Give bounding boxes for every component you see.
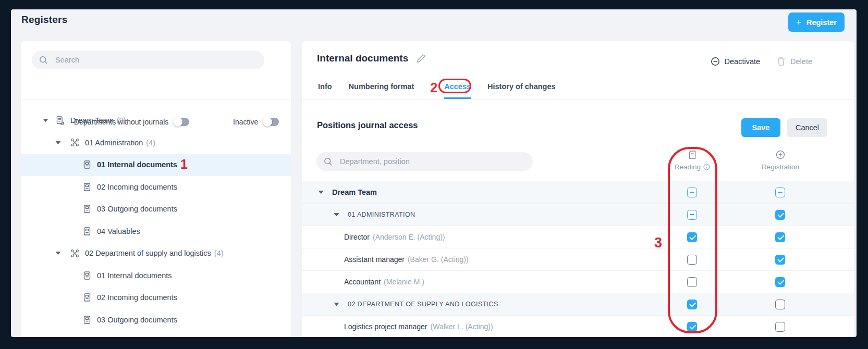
tree-item[interactable]: 04 Valuables bbox=[21, 220, 291, 243]
tree-item-label: Dream Team bbox=[70, 116, 114, 124]
reading-checkbox[interactable] bbox=[687, 188, 697, 197]
tab-label: Info bbox=[318, 82, 332, 91]
register-detail-panel: Internal documents Deactivate bbox=[302, 41, 854, 337]
tree-item-label: 02 Incoming documents bbox=[97, 293, 177, 302]
registration-checkbox[interactable] bbox=[775, 210, 785, 220]
annotation-2: 2 bbox=[430, 80, 437, 95]
reading-checkbox[interactable] bbox=[687, 277, 697, 287]
journal-icon bbox=[82, 160, 92, 169]
tab-access[interactable]: Access2 bbox=[444, 82, 471, 99]
registration-checkbox[interactable] bbox=[775, 188, 785, 197]
tree-item-label: 04 Valuables bbox=[97, 227, 140, 235]
tree-item-label: 02 Incoming documents bbox=[97, 183, 177, 191]
tab-label: Numbering format bbox=[349, 82, 414, 91]
search-icon bbox=[324, 157, 333, 166]
tree-item[interactable]: 01 Internal documents bbox=[21, 154, 291, 176]
tree-item-label: 01 Internal documents bbox=[97, 160, 177, 169]
tree-item[interactable]: 03 Outgoing documents bbox=[21, 198, 291, 220]
search-icon bbox=[39, 56, 48, 65]
positions-search-field[interactable] bbox=[316, 152, 533, 171]
delete-label: Delete bbox=[790, 57, 812, 66]
reading-checkbox[interactable] bbox=[687, 322, 697, 332]
chevron-down-icon[interactable] bbox=[334, 302, 339, 306]
tree-item[interactable]: 02 Incoming documents bbox=[21, 176, 291, 198]
positions-search-input[interactable] bbox=[339, 157, 525, 166]
access-row: Accountant(Melanie M.) bbox=[302, 270, 854, 293]
access-row-person: (Baker G. (Acting)) bbox=[408, 255, 469, 264]
chevron-down-icon[interactable] bbox=[55, 251, 62, 255]
reading-column-label: Reading bbox=[675, 163, 701, 171]
delete-button[interactable]: Delete bbox=[777, 57, 812, 66]
access-row: Logistics project manager(Walker L. (Act… bbox=[302, 315, 854, 337]
tree-item[interactable]: 01 Administration(4) bbox=[21, 132, 291, 154]
access-row-label: Assistant manager bbox=[344, 255, 405, 264]
access-row-label: Dream Team bbox=[332, 188, 377, 196]
access-row-label: Logistics project manager bbox=[344, 322, 427, 331]
tree-item[interactable]: 02 Department of supply and logistics(4) bbox=[21, 242, 291, 265]
reading-checkbox[interactable] bbox=[687, 210, 697, 220]
registration-checkbox[interactable] bbox=[775, 322, 785, 332]
company-icon bbox=[55, 116, 65, 126]
registration-checkbox[interactable] bbox=[775, 255, 785, 265]
access-row-label: Accountant bbox=[344, 278, 381, 286]
edit-pencil-icon[interactable] bbox=[415, 53, 426, 64]
tree-item[interactable]: 02 Incoming documents bbox=[21, 286, 291, 309]
positions-access-table: Dream Team01 ADMINISTRATIONDirector(Ande… bbox=[302, 181, 854, 337]
tab-history-of-changes[interactable]: History of changes bbox=[487, 82, 556, 99]
tree-item[interactable]: Dream Team(9) bbox=[21, 109, 291, 132]
chevron-down-icon[interactable] bbox=[43, 118, 49, 122]
save-button[interactable]: Save bbox=[741, 118, 780, 137]
reading-document-icon bbox=[687, 149, 698, 160]
register-button[interactable]: + Register bbox=[788, 13, 845, 32]
trash-icon bbox=[777, 57, 786, 66]
register-title: Internal documents bbox=[317, 53, 408, 64]
registration-column-header: Registration bbox=[744, 149, 817, 171]
journal-icon bbox=[82, 293, 92, 302]
app-window: Registers + Register Departments without… bbox=[11, 9, 857, 337]
deactivate-icon bbox=[711, 57, 720, 66]
registration-plus-icon bbox=[775, 149, 786, 160]
access-row-person: (Anderson E. (Acting)) bbox=[373, 233, 445, 241]
divider bbox=[21, 99, 291, 99]
tab-info[interactable]: Info bbox=[318, 82, 332, 99]
chevron-down-icon[interactable] bbox=[55, 141, 62, 145]
deactivate-label: Deactivate bbox=[725, 57, 761, 66]
registers-tree-panel: Departments without journals Inactive Dr… bbox=[21, 41, 291, 337]
register-button-label: Register bbox=[806, 18, 837, 27]
registration-checkbox[interactable] bbox=[775, 277, 785, 287]
tab-label: History of changes bbox=[487, 82, 556, 91]
tab-numbering-format[interactable]: Numbering format bbox=[349, 82, 414, 99]
tree-item-count: (9) bbox=[117, 116, 126, 124]
journal-icon bbox=[82, 315, 92, 325]
tree-item[interactable]: 01 Internal documents bbox=[21, 265, 291, 287]
deactivate-button[interactable]: Deactivate bbox=[711, 57, 761, 66]
detail-header: Internal documents Deactivate bbox=[302, 41, 854, 99]
plus-icon: + bbox=[796, 18, 801, 27]
reading-checkbox[interactable] bbox=[687, 232, 697, 242]
access-row: 01 ADMINISTRATION bbox=[302, 203, 854, 226]
chevron-down-icon[interactable] bbox=[334, 213, 339, 217]
access-row-label: 02 DEPARTMENT OF SUPPLY AND LOGISTICS bbox=[348, 301, 498, 308]
tree-item[interactable]: 03 Outgoing documents bbox=[21, 309, 291, 331]
access-row-label: 01 ADMINISTRATION bbox=[348, 211, 415, 218]
journal-icon bbox=[82, 182, 92, 192]
registration-checkbox[interactable] bbox=[775, 300, 785, 309]
registration-checkbox[interactable] bbox=[775, 232, 785, 242]
detail-tabs: InfoNumbering formatAccess2History of ch… bbox=[318, 82, 556, 99]
tree-search-field[interactable] bbox=[32, 51, 264, 69]
reading-checkbox[interactable] bbox=[687, 300, 697, 309]
access-row: Dream Team bbox=[302, 181, 854, 203]
journal-icon bbox=[82, 271, 92, 280]
reading-column-header: Reading bbox=[656, 149, 729, 171]
access-row: Director(Anderson E. (Acting)) bbox=[302, 226, 854, 248]
tree-item-label: 03 Outgoing documents bbox=[97, 316, 177, 324]
chevron-down-icon[interactable] bbox=[318, 190, 324, 194]
reading-checkbox[interactable] bbox=[687, 255, 697, 265]
access-row-person: (Walker L. (Acting)) bbox=[431, 322, 493, 331]
department-icon bbox=[70, 248, 80, 258]
journal-icon bbox=[82, 227, 92, 236]
tree-item-count: (4) bbox=[214, 249, 224, 257]
tree-search-input[interactable] bbox=[54, 55, 257, 65]
info-icon[interactable] bbox=[703, 164, 710, 170]
cancel-button[interactable]: Cancel bbox=[787, 118, 827, 137]
